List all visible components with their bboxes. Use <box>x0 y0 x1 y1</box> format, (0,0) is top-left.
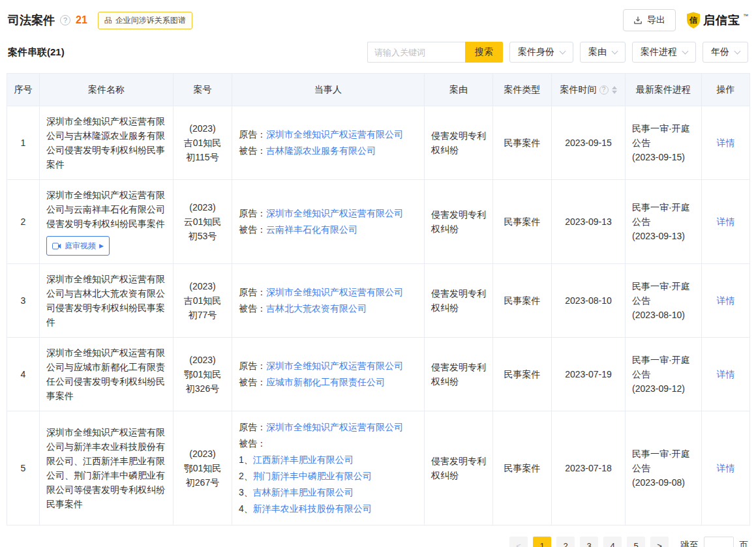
progress-date: (2023-09-15) <box>632 150 695 164</box>
case-type: 民事案件 <box>493 264 552 338</box>
company-link[interactable]: 深圳市全维知识产权运营有限公司 <box>266 129 403 140</box>
page-number-group: 12345 <box>533 537 645 547</box>
judicial-cases-page: 司法案件 ? 21 品 企业间涉诉关系图谱 导出 信 启信宝 ™ <box>0 0 756 547</box>
company-link[interactable]: 吉林隆源农业服务有限公司 <box>266 145 376 156</box>
case-name-cell: 深圳市全维知识产权运营有限公司与云南祥丰石化有限公司侵害发明专利权纠纷民事案件庭… <box>40 180 174 264</box>
company-link[interactable]: 云南祥丰石化有限公司 <box>266 224 357 235</box>
case-name: 深圳市全维知识产权运营有限公司与吉林隆源农业服务有限公司侵害发明专利权纠纷民事案… <box>46 114 166 171</box>
prev-page-button[interactable]: < <box>509 537 528 547</box>
case-name-cell: 深圳市全维知识产权运营有限公司与吉林北大荒农资有限公司侵害发明专利权纠纷民事案件 <box>40 264 174 338</box>
case-time-help-icon[interactable]: ? <box>599 85 609 95</box>
case-time: 2023-08-10 <box>552 264 626 338</box>
case-time: 2023-07-18 <box>552 411 626 525</box>
defendant-line: 被告：应城市新都化工有限责任公司 <box>239 374 417 391</box>
company-link[interactable]: 应城市新都化工有限责任公司 <box>266 377 385 387</box>
top-right-group: 导出 信 启信宝 ™ <box>623 9 748 31</box>
defendant-line: 2、荆门新洋丰中磷肥业有限公司 <box>239 468 417 484</box>
detail-link[interactable]: 详情 <box>717 216 735 227</box>
search-input[interactable] <box>367 42 465 63</box>
case-name: 深圳市全维知识产权运营有限公司与云南祥丰石化有限公司侵害发明专利权纠纷民事案件 <box>46 188 166 231</box>
case-time: 2023-09-15 <box>552 106 626 180</box>
case-time-label: 案件时间 <box>560 84 597 96</box>
plaintiff-label: 原告： <box>239 422 266 432</box>
page-button-1[interactable]: 1 <box>533 537 551 547</box>
plaintiff-line: 原告：深圳市全维知识产权运营有限公司 <box>239 205 417 222</box>
company-link[interactable]: 深圳市全维知识产权运营有限公司 <box>266 208 403 218</box>
defendant-line: 3、吉林新洋丰肥业有限公司 <box>239 484 417 501</box>
case-name-cell: 深圳市全维知识产权运营有限公司与新洋丰农业科技股份有限公司、江西新洋丰肥业有限公… <box>40 411 174 525</box>
case-type: 民事案件 <box>493 106 552 180</box>
defendant-line: 被告：云南祥丰石化有限公司 <box>239 222 417 238</box>
progress-text: 民事一审·开庭公告 <box>632 121 695 150</box>
filter-progress[interactable]: 案件进程 <box>632 42 696 63</box>
case-number: (2023) 鄂01知民 初267号 <box>174 411 232 525</box>
col-action: 操作 <box>702 74 750 106</box>
progress-text: 民事一审·开庭公告 <box>632 200 695 229</box>
cases-table: 序号 案件名称 案号 当事人 案由 案件类型 案件时间 ? 最新 <box>7 73 750 525</box>
filter-cause[interactable]: 案由 <box>580 42 626 63</box>
pagination: < 12345 > 跳至 页 <box>7 525 749 547</box>
case-name: 深圳市全维知识产权运营有限公司与吉林北大荒农资有限公司侵害发明专利权纠纷民事案件 <box>46 272 166 329</box>
progress-text: 民事一审·开庭公告 <box>632 353 695 381</box>
download-icon <box>633 16 643 25</box>
filter-year[interactable]: 年份 <box>703 42 748 63</box>
case-cause: 侵害发明专利权纠纷 <box>425 338 493 411</box>
page-button-2[interactable]: 2 <box>556 537 575 547</box>
page-button-4[interactable]: 4 <box>603 537 622 547</box>
company-link[interactable]: 荆门新洋丰中磷肥业有限公司 <box>253 471 372 481</box>
detail-link[interactable]: 详情 <box>717 463 735 473</box>
company-link[interactable]: 吉林新洋丰肥业有限公司 <box>253 487 354 497</box>
case-type: 民事案件 <box>493 180 552 264</box>
section-title: 案件串联(21) <box>8 46 65 59</box>
court-video-button[interactable]: 庭审视频▶ <box>46 236 110 256</box>
action-cell: 详情 <box>702 106 750 180</box>
sort-desc-icon <box>612 91 617 94</box>
row-index: 1 <box>7 106 40 180</box>
detail-link[interactable]: 详情 <box>717 369 735 379</box>
action-cell: 详情 <box>702 338 750 411</box>
latest-progress-cell: 民事一审·开庭公告(2023-09-08) <box>626 411 702 525</box>
defendant-line: 1、江西新洋丰肥业有限公司 <box>239 452 417 468</box>
company-link[interactable]: 深圳市全维知识产权运营有限公司 <box>266 422 403 432</box>
logo-trademark: ™ <box>743 13 748 19</box>
jump-page-input[interactable] <box>704 537 734 547</box>
defendant-number: 4、 <box>239 503 253 514</box>
next-page-button[interactable]: > <box>650 537 669 547</box>
detail-link[interactable]: 详情 <box>717 295 735 306</box>
parties-cell: 原告：深圳市全维知识产权运营有限公司被告：1、江西新洋丰肥业有限公司2、荆门新洋… <box>232 411 425 525</box>
case-time: 2023-07-19 <box>552 338 626 411</box>
latest-progress-cell: 民事一审·开庭公告(2023-09-13) <box>626 180 702 264</box>
company-link[interactable]: 深圳市全维知识产权运营有限公司 <box>266 287 403 297</box>
company-link[interactable]: 深圳市全维知识产权运营有限公司 <box>266 361 403 371</box>
latest-progress-cell: 民事一审·开庭公告(2023-08-10) <box>626 264 702 338</box>
filter-controls: 搜索 案件身份 案由 案件进程 年份 <box>367 42 748 63</box>
action-cell: 详情 <box>702 264 750 338</box>
sort-toggle[interactable] <box>612 86 617 94</box>
case-number: (2023) 吉01知民 初115号 <box>174 106 232 180</box>
litigation-graph-button[interactable]: 品 企业间涉诉关系图谱 <box>98 12 192 29</box>
export-button[interactable]: 导出 <box>623 9 676 31</box>
case-count-badge: 21 <box>76 14 87 26</box>
case-name: 深圳市全维知识产权运营有限公司与应城市新都化工有限责任公司侵害发明专利权纠纷民事… <box>46 346 166 403</box>
detail-link[interactable]: 详情 <box>717 138 735 148</box>
progress-date: (2023-08-10) <box>632 308 695 322</box>
export-label: 导出 <box>647 14 665 26</box>
help-icon[interactable]: ? <box>60 15 70 25</box>
progress-date: (2023-09-08) <box>632 475 695 490</box>
col-index: 序号 <box>7 74 40 106</box>
company-link[interactable]: 新洋丰农业科技股份有限公司 <box>253 503 372 514</box>
search-button[interactable]: 搜索 <box>465 42 503 63</box>
plaintiff-label: 原告： <box>239 287 266 297</box>
case-number: (2023) 鄂01知民 初326号 <box>174 338 232 411</box>
col-case-time: 案件时间 ? <box>552 74 626 106</box>
parties-cell: 原告：深圳市全维知识产权运营有限公司被告：吉林北大荒农资有限公司 <box>232 264 425 338</box>
filter-case-role[interactable]: 案件身份 <box>509 42 573 63</box>
page-button-5[interactable]: 5 <box>627 537 645 547</box>
page-button-3[interactable]: 3 <box>580 537 598 547</box>
company-link[interactable]: 吉林北大荒农资有限公司 <box>266 303 367 314</box>
shield-logo-icon: 信 <box>686 12 701 29</box>
play-icon: ▶ <box>99 239 104 253</box>
company-link[interactable]: 江西新洋丰肥业有限公司 <box>253 454 354 465</box>
case-cause: 侵害发明专利权纠纷 <box>425 106 493 180</box>
progress-text: 民事一审·开庭公告 <box>632 279 695 308</box>
